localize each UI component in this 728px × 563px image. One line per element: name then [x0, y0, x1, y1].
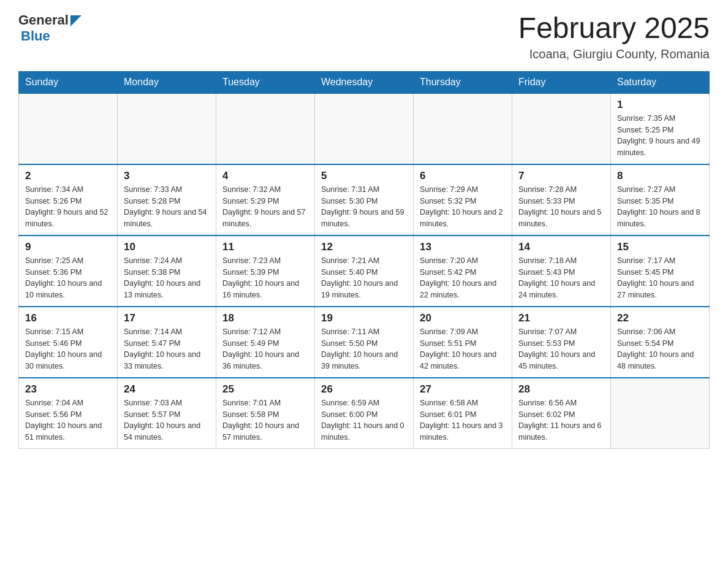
day-number: 28 [518, 383, 604, 396]
day-header-friday: Friday [512, 71, 611, 93]
page-header: General Blue February 2025 Icoana, Giurg… [18, 12, 710, 61]
day-number: 3 [124, 170, 210, 182]
day-info: Sunrise: 7:32 AMSunset: 5:29 PMDaylight:… [222, 184, 308, 230]
day-number: 1 [617, 99, 703, 111]
day-info: Sunrise: 7:12 AMSunset: 5:49 PMDaylight:… [222, 326, 308, 372]
calendar-cell [315, 93, 414, 164]
calendar-week-row: 1Sunrise: 7:35 AMSunset: 5:25 PMDaylight… [19, 93, 710, 164]
day-info: Sunrise: 7:04 AMSunset: 5:56 PMDaylight:… [25, 397, 111, 443]
calendar-cell: 13Sunrise: 7:20 AMSunset: 5:42 PMDayligh… [414, 236, 512, 307]
day-header-thursday: Thursday [414, 71, 512, 93]
day-number: 11 [222, 241, 308, 253]
day-number: 27 [420, 383, 506, 396]
calendar-week-row: 16Sunrise: 7:15 AMSunset: 5:46 PMDayligh… [19, 307, 710, 378]
calendar-cell: 5Sunrise: 7:31 AMSunset: 5:30 PMDaylight… [315, 164, 414, 236]
calendar-cell: 25Sunrise: 7:01 AMSunset: 5:58 PMDayligh… [216, 378, 315, 449]
day-number: 4 [222, 170, 308, 182]
day-number: 24 [124, 383, 210, 396]
day-info: Sunrise: 7:27 AMSunset: 5:35 PMDaylight:… [617, 184, 703, 230]
logo-arrow-icon [70, 15, 82, 26]
day-number: 22 [617, 312, 703, 324]
calendar-cell: 16Sunrise: 7:15 AMSunset: 5:46 PMDayligh… [19, 307, 118, 378]
calendar-week-row: 9Sunrise: 7:25 AMSunset: 5:36 PMDaylight… [19, 236, 710, 307]
calendar-cell: 21Sunrise: 7:07 AMSunset: 5:53 PMDayligh… [512, 307, 611, 378]
day-number: 26 [321, 383, 407, 396]
day-number: 17 [124, 312, 210, 324]
calendar-cell: 22Sunrise: 7:06 AMSunset: 5:54 PMDayligh… [611, 307, 710, 378]
day-info: Sunrise: 7:24 AMSunset: 5:38 PMDaylight:… [124, 255, 210, 301]
day-number: 12 [321, 241, 407, 253]
calendar-cell: 14Sunrise: 7:18 AMSunset: 5:43 PMDayligh… [512, 236, 611, 307]
day-number: 9 [25, 241, 111, 253]
month-title: February 2025 [518, 12, 710, 45]
day-info: Sunrise: 7:31 AMSunset: 5:30 PMDaylight:… [321, 184, 407, 230]
title-section: February 2025 Icoana, Giurgiu County, Ro… [518, 12, 710, 61]
calendar-week-row: 2Sunrise: 7:34 AMSunset: 5:26 PMDaylight… [19, 164, 710, 236]
calendar-cell: 6Sunrise: 7:29 AMSunset: 5:32 PMDaylight… [414, 164, 512, 236]
day-number: 7 [518, 170, 604, 182]
day-number: 23 [25, 383, 111, 396]
day-number: 10 [124, 241, 210, 253]
calendar-cell: 24Sunrise: 7:03 AMSunset: 5:57 PMDayligh… [118, 378, 216, 449]
calendar-cell: 28Sunrise: 6:56 AMSunset: 6:02 PMDayligh… [512, 378, 611, 449]
day-number: 19 [321, 312, 407, 324]
calendar-cell [19, 93, 118, 164]
day-number: 13 [420, 241, 506, 253]
day-info: Sunrise: 7:18 AMSunset: 5:43 PMDaylight:… [518, 255, 604, 301]
location-title: Icoana, Giurgiu County, Romania [518, 47, 710, 61]
day-number: 6 [420, 170, 506, 182]
day-header-saturday: Saturday [611, 71, 710, 93]
day-number: 20 [420, 312, 506, 324]
calendar-cell: 10Sunrise: 7:24 AMSunset: 5:38 PMDayligh… [118, 236, 216, 307]
day-header-tuesday: Tuesday [216, 71, 315, 93]
day-info: Sunrise: 6:56 AMSunset: 6:02 PMDaylight:… [518, 397, 604, 443]
day-number: 14 [518, 241, 604, 253]
day-info: Sunrise: 7:09 AMSunset: 5:51 PMDaylight:… [420, 326, 506, 372]
calendar-week-row: 23Sunrise: 7:04 AMSunset: 5:56 PMDayligh… [19, 378, 710, 449]
calendar-cell: 4Sunrise: 7:32 AMSunset: 5:29 PMDaylight… [216, 164, 315, 236]
day-info: Sunrise: 7:29 AMSunset: 5:32 PMDaylight:… [420, 184, 506, 230]
day-header-wednesday: Wednesday [315, 71, 414, 93]
day-info: Sunrise: 7:21 AMSunset: 5:40 PMDaylight:… [321, 255, 407, 301]
day-number: 16 [25, 312, 111, 324]
calendar-cell: 23Sunrise: 7:04 AMSunset: 5:56 PMDayligh… [19, 378, 118, 449]
day-header-monday: Monday [118, 71, 216, 93]
day-info: Sunrise: 7:06 AMSunset: 5:54 PMDaylight:… [617, 326, 703, 372]
day-info: Sunrise: 7:35 AMSunset: 5:25 PMDaylight:… [617, 113, 703, 159]
day-info: Sunrise: 7:03 AMSunset: 5:57 PMDaylight:… [124, 397, 210, 443]
logo-blue-text: Blue [21, 28, 50, 44]
calendar-cell: 2Sunrise: 7:34 AMSunset: 5:26 PMDaylight… [19, 164, 118, 236]
day-info: Sunrise: 7:28 AMSunset: 5:33 PMDaylight:… [518, 184, 604, 230]
calendar-cell: 9Sunrise: 7:25 AMSunset: 5:36 PMDaylight… [19, 236, 118, 307]
calendar-cell [611, 378, 710, 449]
day-info: Sunrise: 7:25 AMSunset: 5:36 PMDaylight:… [25, 255, 111, 301]
calendar-cell [216, 93, 315, 164]
day-info: Sunrise: 7:07 AMSunset: 5:53 PMDaylight:… [518, 326, 604, 372]
day-info: Sunrise: 7:17 AMSunset: 5:45 PMDaylight:… [617, 255, 703, 301]
day-number: 25 [222, 383, 308, 396]
calendar-cell: 8Sunrise: 7:27 AMSunset: 5:35 PMDaylight… [611, 164, 710, 236]
calendar-cell: 19Sunrise: 7:11 AMSunset: 5:50 PMDayligh… [315, 307, 414, 378]
calendar-cell: 20Sunrise: 7:09 AMSunset: 5:51 PMDayligh… [414, 307, 512, 378]
day-number: 18 [222, 312, 308, 324]
day-number: 2 [25, 170, 111, 182]
day-info: Sunrise: 7:23 AMSunset: 5:39 PMDaylight:… [222, 255, 308, 301]
day-header-sunday: Sunday [19, 71, 118, 93]
day-info: Sunrise: 7:33 AMSunset: 5:28 PMDaylight:… [124, 184, 210, 230]
day-info: Sunrise: 7:14 AMSunset: 5:47 PMDaylight:… [124, 326, 210, 372]
logo: General Blue [18, 12, 82, 44]
calendar-cell [118, 93, 216, 164]
svg-marker-0 [70, 15, 82, 26]
calendar-cell: 27Sunrise: 6:58 AMSunset: 6:01 PMDayligh… [414, 378, 512, 449]
day-info: Sunrise: 6:58 AMSunset: 6:01 PMDaylight:… [420, 397, 506, 443]
calendar-cell: 15Sunrise: 7:17 AMSunset: 5:45 PMDayligh… [611, 236, 710, 307]
calendar-cell [512, 93, 611, 164]
day-number: 8 [617, 170, 703, 182]
day-number: 21 [518, 312, 604, 324]
day-number: 5 [321, 170, 407, 182]
day-info: Sunrise: 7:34 AMSunset: 5:26 PMDaylight:… [25, 184, 111, 230]
calendar-header-row: SundayMondayTuesdayWednesdayThursdayFrid… [19, 71, 710, 93]
calendar-cell: 3Sunrise: 7:33 AMSunset: 5:28 PMDaylight… [118, 164, 216, 236]
day-info: Sunrise: 7:01 AMSunset: 5:58 PMDaylight:… [222, 397, 308, 443]
calendar-cell [414, 93, 512, 164]
